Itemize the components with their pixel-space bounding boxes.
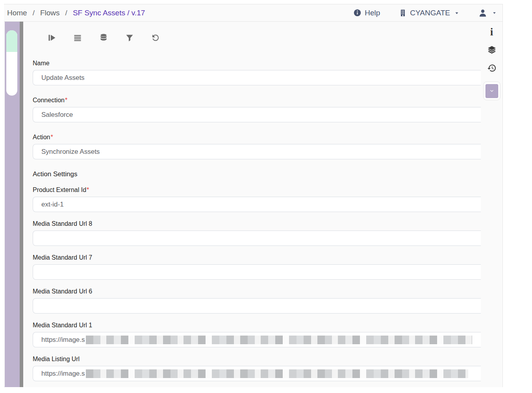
- building-icon: [399, 9, 407, 17]
- field-media-listing-url: Media Listing Urlhttps://image.s: [33, 355, 481, 381]
- field-connection: Connection*Salesforce: [33, 96, 481, 122]
- product-external-id-label: Product External Id*: [33, 186, 481, 194]
- caret-down-icon: [454, 10, 460, 16]
- action-input[interactable]: Synchronize Assets: [33, 144, 481, 159]
- media-standard-url-1-label: Media Standard Url 1: [33, 321, 481, 329]
- field-media-standard-url-6: Media Standard Url 6: [33, 288, 481, 314]
- top-bar: Home / Flows / SF Sync Assets / v.17 Hel…: [4, 4, 502, 22]
- breadcrumb-current-flow: SF Sync Assets / v.17: [73, 9, 145, 17]
- org-menu[interactable]: CYANGATE: [399, 9, 460, 17]
- action-label: Action*: [33, 133, 481, 141]
- person-icon: [478, 8, 488, 18]
- app-window: Home / Flows / SF Sync Assets / v.17 Hel…: [4, 4, 503, 387]
- info-circle-icon: [353, 9, 361, 17]
- field-name: NameUpdate Assets: [33, 59, 481, 85]
- step-toolbar: [33, 33, 481, 42]
- media-standard-url-8-label: Media Standard Url 8: [33, 220, 481, 228]
- redacted-url-segment: [86, 369, 468, 378]
- right-rail: i: [481, 22, 502, 387]
- product-external-id-input[interactable]: ext-id-1: [33, 197, 481, 212]
- media-standard-url-1-input[interactable]: https://image.s: [33, 332, 481, 347]
- flow-drawer: [5, 22, 20, 387]
- filter-icon[interactable]: [125, 33, 134, 42]
- required-asterisk: *: [65, 97, 67, 103]
- database-icon[interactable]: [99, 33, 108, 42]
- panel-expand-button[interactable]: [483, 81, 500, 100]
- help-button[interactable]: Help: [353, 9, 380, 17]
- org-label: CYANGATE: [410, 9, 450, 17]
- info-icon[interactable]: i: [490, 27, 493, 37]
- name-label: Name: [33, 59, 481, 67]
- required-asterisk: *: [50, 134, 53, 140]
- breadcrumb-separator: /: [65, 9, 67, 17]
- breadcrumb-home[interactable]: Home: [7, 9, 27, 17]
- field-media-standard-url-1: Media Standard Url 1https://image.s: [33, 321, 481, 347]
- main-content: NameUpdate AssetsConnection*SalesforceAc…: [23, 22, 481, 387]
- drawer-resize-handle[interactable]: [20, 22, 23, 387]
- caret-down-icon: [492, 10, 497, 15]
- help-label: Help: [365, 9, 380, 17]
- field-media-standard-url-8: Media Standard Url 8: [33, 220, 481, 246]
- field-product-external-id: Product External Id*ext-id-1: [33, 186, 481, 212]
- required-asterisk: *: [87, 186, 89, 193]
- breadcrumb-separator: /: [33, 9, 35, 17]
- chevron-down-icon: [486, 84, 498, 98]
- history-icon[interactable]: [487, 63, 497, 73]
- media-listing-url-input[interactable]: https://image.s: [33, 366, 481, 381]
- flow-minimap-selected-region: [6, 30, 17, 52]
- media-standard-url-8-input[interactable]: [33, 231, 481, 246]
- breadcrumb: Home / Flows / SF Sync Assets / v.17: [7, 9, 145, 17]
- layers-icon[interactable]: [487, 45, 497, 55]
- name-input[interactable]: Update Assets: [33, 70, 481, 85]
- connection-label: Connection*: [33, 96, 481, 104]
- media-standard-url-6-input[interactable]: [33, 298, 481, 314]
- breadcrumb-flows[interactable]: Flows: [40, 9, 60, 17]
- field-media-standard-url-7: Media Standard Url 7: [33, 254, 481, 280]
- media-standard-url-6-label: Media Standard Url 6: [33, 288, 481, 295]
- undo-icon[interactable]: [151, 33, 160, 42]
- run-icon[interactable]: [47, 33, 56, 42]
- connection-input[interactable]: Salesforce: [33, 107, 481, 122]
- action-settings-heading: Action Settings: [33, 170, 481, 178]
- topbar-actions: Help CYANGATE: [353, 8, 497, 18]
- media-standard-url-7-input[interactable]: [33, 264, 481, 280]
- field-action: Action*Synchronize Assets: [33, 133, 481, 159]
- redacted-url-segment: [86, 336, 472, 344]
- media-standard-url-7-label: Media Standard Url 7: [33, 254, 481, 262]
- flow-minimap[interactable]: [6, 30, 17, 96]
- list-icon[interactable]: [73, 33, 82, 42]
- media-listing-url-label: Media Listing Url: [33, 355, 481, 363]
- step-config-form: NameUpdate AssetsConnection*SalesforceAc…: [33, 59, 481, 381]
- user-menu[interactable]: [478, 8, 497, 18]
